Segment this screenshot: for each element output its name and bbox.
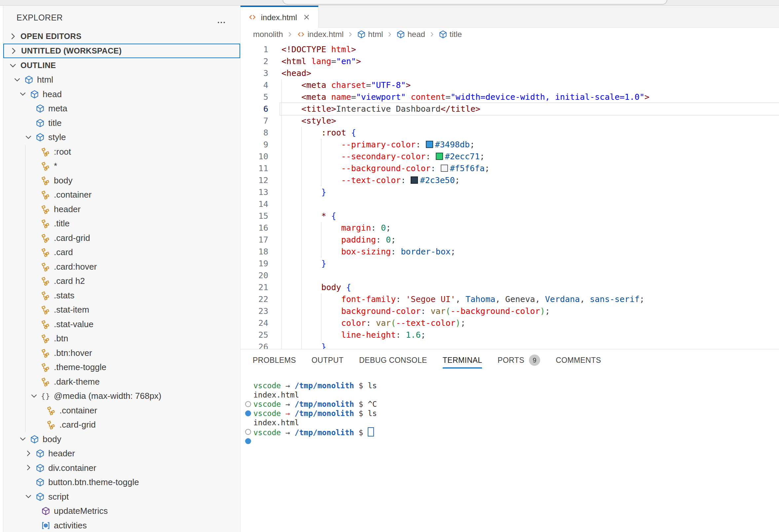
- ellipsis-icon[interactable]: [217, 17, 226, 27]
- tab-index-html[interactable]: index.html: [241, 6, 318, 28]
- code-line: }: [282, 186, 326, 198]
- element-icon: [35, 463, 45, 473]
- terminal-command-decoration-hollow[interactable]: [244, 427, 253, 436]
- line-number: 12: [244, 174, 268, 186]
- css-rule-icon: [41, 219, 51, 229]
- outline-item[interactable]: .stat-value: [3, 317, 240, 332]
- outline-item[interactable]: header: [3, 202, 240, 217]
- outline-item[interactable]: .dark-theme: [3, 375, 240, 389]
- outline-item[interactable]: updateMetrics: [3, 504, 240, 519]
- outline-item[interactable]: title: [3, 116, 240, 130]
- panel-tab-output[interactable]: OUTPUT: [311, 349, 344, 371]
- code-line: padding: 0;: [282, 234, 396, 246]
- panel-tab-problems[interactable]: PROBLEMS: [253, 349, 296, 371]
- line-number: 17: [244, 234, 268, 246]
- chevron-down-icon[interactable]: [18, 434, 29, 444]
- panel-tab-terminal[interactable]: TERMINAL: [443, 349, 482, 371]
- outline-item[interactable]: .stats: [3, 289, 240, 303]
- outline-item[interactable]: .card-grid: [3, 418, 240, 432]
- breadcrumb-label: index.html: [308, 30, 344, 39]
- code-line: background-color: var(--background-color…: [282, 305, 550, 317]
- chevron-spacer: [29, 247, 41, 257]
- css-rule-icon: [41, 247, 51, 257]
- panel-tab-label: COMMENTS: [556, 356, 601, 365]
- outline-item[interactable]: body: [3, 174, 240, 188]
- outline-item[interactable]: activities: [3, 519, 240, 532]
- outline-item[interactable]: .stat-item: [3, 303, 240, 317]
- outline-item[interactable]: .card h2: [3, 274, 240, 289]
- panel-tab-comments[interactable]: COMMENTS: [556, 349, 601, 371]
- chevron-spacer: [29, 506, 41, 516]
- color-swatch[interactable]: [426, 141, 433, 148]
- terminal[interactable]: vscode → /tmp/monolith $ lsindex.htmlvsc…: [241, 371, 779, 532]
- section-untitled-workspace-[interactable]: UNTITLED (WORKSPACE): [3, 44, 240, 58]
- outline-item[interactable]: .card:hover: [3, 260, 240, 274]
- terminal-command-decoration-filled[interactable]: [244, 436, 253, 446]
- breadcrumb-label: monolith: [253, 30, 283, 39]
- outline-item[interactable]: html: [3, 73, 240, 87]
- breadcrumb-item[interactable]: index.html: [296, 30, 344, 39]
- chevron-down-icon[interactable]: [29, 391, 41, 401]
- outline-item[interactable]: .btn: [3, 332, 240, 346]
- outline-item[interactable]: style: [3, 130, 240, 145]
- outline-item[interactable]: .card: [3, 245, 240, 260]
- outline-item[interactable]: .container: [3, 188, 240, 202]
- outline-item[interactable]: button.btn.theme-toggle: [3, 475, 240, 490]
- outline-item[interactable]: :root: [3, 145, 240, 159]
- css-rule-icon: [41, 262, 51, 272]
- command-center[interactable]: [283, 0, 667, 5]
- section-open-editors[interactable]: OPEN EDITORS: [3, 29, 240, 44]
- breadcrumb-label: html: [368, 30, 383, 39]
- outline-item-label: updateMetrics: [54, 506, 108, 516]
- editor-surface[interactable]: 1234567891011121314151617181920212223242…: [241, 41, 779, 349]
- css-rule-icon: [41, 334, 51, 344]
- css-rule-icon: [41, 190, 51, 200]
- breadcrumb-item[interactable]: monolith: [253, 30, 283, 39]
- chevron-down-icon[interactable]: [8, 60, 18, 70]
- outline-item[interactable]: meta: [3, 102, 240, 116]
- section-outline[interactable]: OUTLINE: [3, 58, 240, 73]
- panel-tab-debug-console[interactable]: DEBUG CONSOLE: [359, 349, 427, 371]
- outline-item[interactable]: header: [3, 447, 240, 461]
- chevron-right-icon[interactable]: [24, 463, 35, 473]
- breadcrumb-item[interactable]: html: [357, 30, 383, 39]
- code-line: --secondary-color: #2ecc71;: [282, 151, 485, 163]
- outline-item[interactable]: .card-grid: [3, 231, 240, 245]
- outline-item[interactable]: .container: [3, 404, 240, 418]
- color-swatch[interactable]: [436, 153, 443, 160]
- chevron-down-icon[interactable]: [18, 89, 29, 99]
- outline-item[interactable]: {}@media (max-width: 768px): [3, 389, 240, 404]
- breadcrumb-item[interactable]: head: [396, 30, 425, 39]
- terminal-command-decoration-filled[interactable]: [244, 409, 253, 418]
- chevron-right-icon[interactable]: [9, 46, 18, 56]
- color-swatch[interactable]: [441, 165, 448, 172]
- outline-item[interactable]: head: [3, 87, 240, 102]
- code-line: --primary-color: #3498db;: [282, 139, 475, 151]
- chevron-right-icon[interactable]: [24, 449, 35, 459]
- panel-tab-ports[interactable]: PORTS9: [497, 349, 540, 371]
- chevron-spacer: [24, 118, 35, 128]
- terminal-line: vscode → /tmp/monolith $ ^C: [244, 400, 377, 409]
- outline-item[interactable]: body: [3, 432, 240, 447]
- tree-indent-guide: [25, 145, 25, 432]
- outline-item[interactable]: div.container: [3, 461, 240, 475]
- chevron-spacer: [29, 276, 41, 286]
- outline-item[interactable]: .theme-toggle: [3, 360, 240, 375]
- outline-item[interactable]: .title: [3, 217, 240, 231]
- breadcrumb-item[interactable]: title: [438, 30, 462, 39]
- chevron-right-icon[interactable]: [8, 32, 18, 41]
- outline-item[interactable]: .btn:hover: [3, 346, 240, 360]
- panel-tab-label: PORTS: [497, 356, 524, 365]
- chevron-right-icon: [346, 31, 354, 38]
- code-line: margin: 0;: [282, 222, 391, 234]
- element-icon: [29, 434, 39, 444]
- outline-item[interactable]: script: [3, 490, 240, 504]
- color-swatch[interactable]: [411, 176, 418, 184]
- close-icon[interactable]: [302, 13, 311, 22]
- line-number: 18: [244, 246, 268, 258]
- outline-item[interactable]: *: [3, 159, 240, 174]
- chevron-down-icon[interactable]: [12, 75, 24, 85]
- terminal-command-decoration-hollow[interactable]: [244, 400, 253, 409]
- chevron-down-icon[interactable]: [24, 492, 35, 501]
- chevron-down-icon[interactable]: [24, 132, 35, 142]
